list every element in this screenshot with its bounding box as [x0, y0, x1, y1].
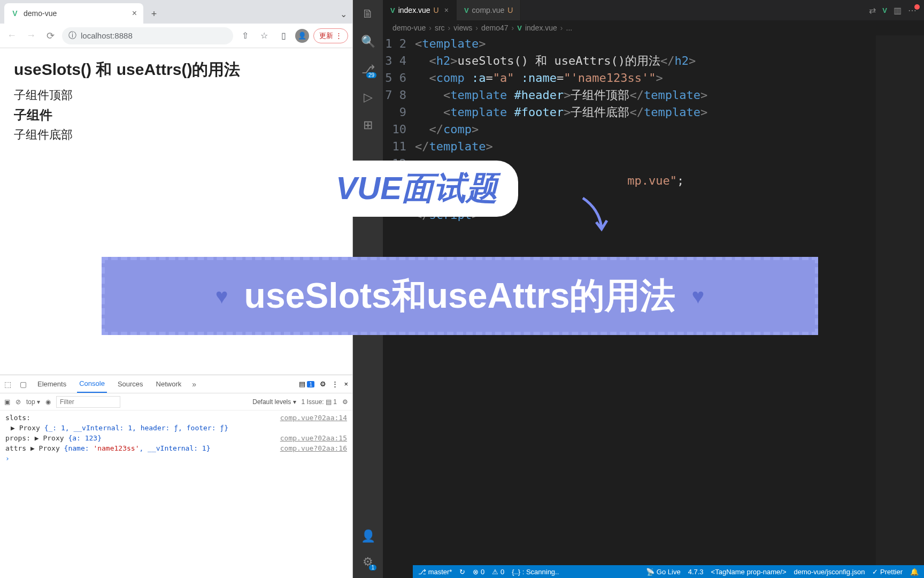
split-editor-icon[interactable]: ▥	[894, 5, 902, 16]
vue-file-icon: V	[390, 6, 395, 14]
source-link[interactable]: comp.vue?02aa:14	[280, 414, 347, 422]
debug-icon[interactable]: ▷	[360, 90, 375, 105]
kebab-icon: ⋮	[335, 32, 342, 40]
sync-icon[interactable]: ↻	[459, 568, 465, 576]
close-tab-icon[interactable]: ×	[444, 6, 449, 14]
page-text: 子组件底部	[14, 127, 338, 143]
reload-button[interactable]: ⟳	[43, 28, 58, 43]
overlay-banner-2: ♥ useSlots和useAttrs的用法 ♥	[102, 257, 818, 335]
new-tab-button[interactable]: +	[147, 6, 161, 21]
extensions-icon[interactable]: ⊞	[360, 118, 375, 133]
issues-badge[interactable]: ▤ 1	[299, 380, 315, 388]
url-text: localhost:8888	[81, 31, 133, 40]
warnings-indicator[interactable]: ⚠ 0	[492, 568, 504, 576]
status-bar: ⎇ master* ↻ ⊗ 0 ⚠ 0 {..} : Scanning.. 📡 …	[413, 565, 924, 578]
explorer-icon[interactable]: 🗎	[360, 6, 375, 21]
scanning-indicator[interactable]: {..} : Scanning..	[512, 568, 559, 576]
source-control-icon[interactable]: ⎇29	[360, 62, 375, 77]
browser-tab[interactable]: V demo-vue ×	[4, 3, 143, 24]
console-prompt[interactable]: ›	[5, 454, 10, 462]
close-devtools-icon[interactable]: ×	[344, 380, 348, 388]
vue-ext-icon[interactable]: V	[882, 6, 887, 14]
inspect-icon[interactable]: ⬚	[4, 380, 11, 389]
prettier-indicator[interactable]: ✓ Prettier	[872, 568, 903, 576]
overlay-banner-1: VUE面试题	[315, 161, 518, 217]
update-button[interactable]: 更新 ⋮	[313, 28, 348, 43]
panel-icon[interactable]: ▯	[276, 28, 291, 43]
tab-close-icon[interactable]: ×	[132, 9, 137, 18]
settings-icon[interactable]: ⚙	[342, 398, 348, 406]
tab-dropdown-icon[interactable]: ⌄	[340, 9, 347, 19]
tag-name-format[interactable]: <TagName prop-name/>	[711, 568, 787, 576]
notification-dot-icon	[914, 4, 920, 10]
project-config[interactable]: demo-vue/jsconfig.json	[794, 568, 865, 576]
vue-file-icon: V	[517, 24, 522, 32]
source-link[interactable]: comp.vue?02aa:15	[280, 434, 347, 442]
devtools-tabs: ⬚ ▢ Elements Console Sources Network » ▤…	[0, 375, 352, 393]
heart-icon: ♥	[691, 284, 704, 308]
source-link[interactable]: comp.vue?02aa:16	[280, 444, 347, 452]
account-icon[interactable]: 👤	[360, 529, 375, 544]
vue-favicon-icon: V	[11, 9, 19, 18]
filter-input[interactable]	[56, 396, 120, 408]
page-text: 子组件顶部	[14, 87, 338, 103]
url-input[interactable]: ⓘ localhost:8888	[62, 27, 233, 44]
context-dropdown[interactable]: top ▾	[26, 398, 40, 406]
devtools-tab-network[interactable]: Network	[154, 375, 184, 393]
editor-tabs: V index.vue U × V comp.vue U ⇄ V ▥ ⋯	[383, 0, 924, 20]
editor-tab-index[interactable]: V index.vue U ×	[383, 0, 457, 20]
heart-icon: ♥	[215, 284, 228, 308]
breadcrumb[interactable]: demo-vue› src› views› demo47› V index.vu…	[383, 20, 924, 35]
device-icon[interactable]: ▢	[20, 380, 27, 389]
clear-console-icon[interactable]: ⊘	[16, 398, 21, 406]
kebab-icon[interactable]: ⋮	[332, 380, 338, 388]
errors-indicator[interactable]: ⊗ 0	[473, 568, 484, 576]
devtools-tab-sources[interactable]: Sources	[116, 375, 145, 393]
back-button[interactable]: ←	[4, 28, 19, 43]
branch-indicator[interactable]: ⎇ master*	[418, 568, 452, 576]
devtools-panel: ⬚ ▢ Elements Console Sources Network » ▤…	[0, 375, 352, 578]
console-toolbar: ▣ ⊘ top ▾ ◉ Default levels ▾ 1 Issue: ▤ …	[0, 393, 352, 410]
devtools-tab-elements[interactable]: Elements	[35, 375, 68, 393]
devtools-tab-console[interactable]: Console	[77, 375, 107, 393]
go-live-button[interactable]: 📡 Go Live	[646, 568, 680, 576]
tab-title: demo-vue	[24, 9, 57, 18]
arrow-icon	[578, 193, 615, 238]
site-info-icon[interactable]: ⓘ	[68, 31, 76, 41]
issues-link[interactable]: 1 Issue: ▤ 1	[302, 398, 337, 406]
levels-dropdown[interactable]: Default levels ▾	[252, 398, 296, 406]
eye-icon[interactable]: ◉	[45, 398, 51, 406]
search-icon[interactable]: 🔍	[360, 34, 375, 49]
minimap[interactable]	[876, 35, 924, 578]
context-icon[interactable]: ▣	[4, 398, 10, 406]
browser-tab-strip: V demo-vue × + ⌄	[0, 0, 352, 24]
notifications-icon[interactable]: 🔔	[910, 568, 919, 576]
profile-avatar[interactable]: 👤	[295, 29, 309, 43]
console-output: slots:comp.vue?02aa:14 ▶ Proxy {_: 1, __…	[0, 410, 352, 578]
compare-icon[interactable]: ⇄	[869, 5, 876, 16]
share-icon[interactable]: ⇧	[237, 28, 252, 43]
settings-gear-icon[interactable]: ⚙1	[360, 554, 375, 569]
editor-tab-comp[interactable]: V comp.vue U	[457, 0, 521, 20]
vetur-version[interactable]: 4.7.3	[688, 568, 704, 576]
page-heading: useSlots() 和 useAttrs()的用法	[14, 59, 338, 81]
forward-button[interactable]: →	[24, 28, 38, 43]
vue-file-icon: V	[464, 6, 469, 14]
settings-icon[interactable]: ⚙	[320, 380, 326, 388]
more-tabs-icon[interactable]: »	[192, 380, 196, 389]
star-icon[interactable]: ☆	[257, 28, 272, 43]
address-bar: ← → ⟳ ⓘ localhost:8888 ⇧ ☆ ▯ 👤 更新 ⋮	[0, 24, 352, 48]
page-text: 子组件	[14, 107, 338, 124]
